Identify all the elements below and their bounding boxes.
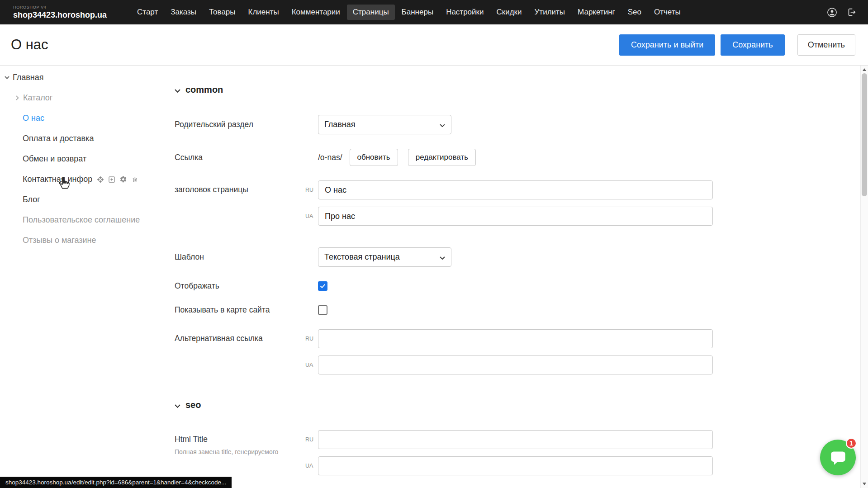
scroll-up-arrow[interactable] [863, 68, 866, 71]
save-and-exit-button[interactable]: Сохранить и выйти [619, 34, 715, 56]
link-label: Ссылка [175, 153, 303, 162]
sitemap-checkbox[interactable] [318, 305, 327, 315]
page-edit-form: common Родительский раздел Главная Ссылк… [159, 66, 868, 488]
nav-discounts[interactable]: Скидки [490, 5, 527, 20]
sidebar-item-label: Блог [23, 195, 40, 204]
template-label: Шаблон [175, 252, 303, 262]
sidebar-item-label: Каталог [23, 93, 52, 103]
form-row-template: Шаблон Текстовая страница [175, 247, 868, 267]
sidebar-item-about[interactable]: О нас [0, 108, 159, 128]
select-value: Текстовая страница [324, 252, 400, 262]
display-checkbox[interactable] [318, 281, 327, 291]
chevron-down-icon[interactable] [5, 76, 9, 79]
page-title-ru-input[interactable] [318, 180, 713, 199]
refresh-url-button[interactable]: обновить [350, 149, 398, 166]
section-title: seo [185, 400, 201, 410]
sidebar-item-catalog[interactable]: Каталог [0, 88, 159, 108]
brand-domain: shop34423.horoshop.ua [13, 11, 107, 19]
add-page-icon[interactable] [108, 176, 115, 183]
parent-section-select[interactable]: Главная [318, 115, 451, 134]
delete-trash-icon[interactable] [131, 176, 138, 183]
sidebar-item-label: О нас [23, 114, 44, 123]
chevron-right-icon[interactable] [15, 96, 20, 99]
section-title: common [185, 85, 223, 95]
nav-orders[interactable]: Заказы [165, 5, 202, 20]
nav-products[interactable]: Товары [203, 5, 241, 20]
sidebar-item-store-reviews[interactable]: Отзывы о магазине [0, 230, 159, 251]
nav-reports[interactable]: Отчеты [648, 5, 687, 20]
header-actions: Сохранить и выйти Сохранить Отменить [619, 34, 855, 56]
chevron-down-icon [175, 400, 180, 410]
template-select[interactable]: Текстовая страница [318, 247, 451, 267]
nav-clients[interactable]: Клиенты [242, 5, 285, 20]
chevron-down-icon [440, 120, 445, 129]
scroll-down-arrow[interactable] [863, 483, 866, 485]
top-navigation: HOROSHOP V4 shop34423.horoshop.ua Старт … [0, 0, 868, 24]
alt-link-ua-input[interactable] [318, 355, 713, 374]
cancel-button[interactable]: Отменить [797, 34, 855, 56]
main-menu: Старт Заказы Товары Клиенты Комментарии … [131, 5, 687, 20]
save-button[interactable]: Сохранить [721, 34, 784, 56]
html-title-label-block: Html Title Полная замена title, генериру… [175, 430, 303, 456]
sitemap-label: Показывать в карте сайта [175, 305, 303, 315]
section-seo[interactable]: seo [175, 400, 868, 410]
drag-move-icon[interactable] [97, 176, 104, 183]
lang-ru-label: RU [303, 187, 318, 193]
parent-section-label: Родительский раздел [175, 120, 303, 129]
form-row-html-title: Html Title Полная замена title, генериру… [175, 430, 868, 475]
chevron-down-icon [175, 85, 180, 95]
sidebar-item-exchange-return[interactable]: Обмен и возврат [0, 149, 159, 169]
sidebar-item-blog[interactable]: Блог [0, 190, 159, 210]
logout-icon[interactable] [846, 7, 856, 17]
vertical-scrollbar[interactable] [860, 66, 868, 488]
lang-ua-label: UA [303, 362, 318, 368]
chat-widget-button[interactable]: 1 [820, 440, 856, 475]
item-hover-actions [97, 175, 138, 183]
sidebar-item-home[interactable]: Главная [0, 67, 159, 88]
sidebar-item-contact-info[interactable]: Контактная инфор [0, 169, 159, 190]
sidebar-item-label: Оплата и доставка [23, 134, 94, 143]
nav-settings[interactable]: Настройки [440, 5, 489, 20]
nav-pages[interactable]: Страницы [347, 5, 395, 20]
lang-ru-label: RU [303, 436, 318, 443]
page-title-ua-input[interactable] [318, 207, 713, 226]
topnav-right [827, 7, 856, 18]
form-row-display: Отображать [175, 281, 868, 291]
sidebar-item-payment-delivery[interactable]: Оплата и доставка [0, 128, 159, 149]
nav-comments[interactable]: Комментарии [286, 5, 346, 20]
html-title-label: Html Title [175, 435, 303, 444]
sidebar-item-label: Пользовательское соглашение [23, 215, 140, 225]
sidebar-item-user-agreement[interactable]: Пользовательское соглашение [0, 210, 159, 230]
nav-marketing[interactable]: Маркетинг [572, 5, 621, 20]
alt-link-ru-input[interactable] [318, 329, 713, 348]
lang-ua-label: UA [303, 463, 318, 469]
sidebar-item-label: Отзывы о магазине [23, 236, 96, 245]
select-value: Главная [324, 120, 356, 129]
lang-ua-label: UA [303, 213, 318, 219]
html-title-ru-input[interactable] [318, 430, 713, 449]
form-row-page-title: заголовок страницы RU UA [175, 180, 868, 226]
form-row-alt-link: Альтернативная ссылка RU UA [175, 329, 868, 374]
page-title: О нас [11, 37, 48, 53]
sidebar-item-label: Обмен и возврат [23, 154, 86, 164]
form-row-link: Ссылка /o-nas/ обновить редактировать [175, 149, 868, 166]
chat-bubble-icon [830, 450, 847, 466]
html-title-ua-input[interactable] [318, 456, 713, 475]
form-row-sitemap: Показывать в карте сайта [175, 305, 868, 315]
sidebar-item-label: Главная [13, 73, 44, 82]
alt-link-label: Альтернативная ссылка [175, 329, 303, 343]
settings-gear-icon[interactable] [119, 175, 127, 183]
nav-utilities[interactable]: Утилиты [529, 5, 571, 20]
brand[interactable]: HOROSHOP V4 shop34423.horoshop.ua [13, 5, 107, 19]
edit-url-button[interactable]: редактировать [408, 149, 476, 166]
scrollbar-thumb[interactable] [862, 73, 867, 196]
section-common[interactable]: common [175, 85, 868, 95]
lang-ru-label: RU [303, 336, 318, 342]
account-icon[interactable] [827, 7, 837, 18]
nav-seo[interactable]: Seo [622, 5, 647, 20]
display-label: Отображать [175, 281, 303, 291]
brand-version: HOROSHOP V4 [13, 5, 107, 9]
nav-banners[interactable]: Баннеры [396, 5, 440, 20]
nav-start[interactable]: Старт [131, 5, 164, 20]
pages-tree-sidebar: Главная Каталог О нас Оплата и доставка … [0, 66, 159, 488]
